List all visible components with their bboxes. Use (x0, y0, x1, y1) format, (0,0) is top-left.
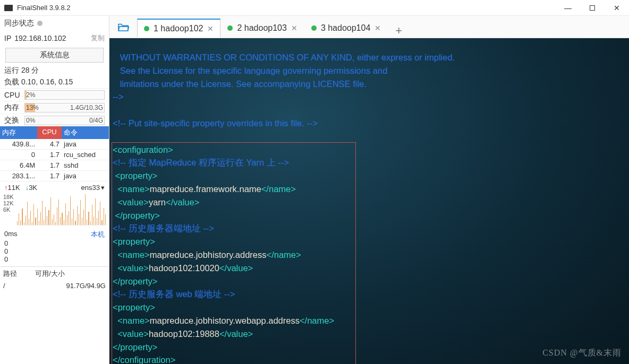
system-info-button[interactable]: 系统信息 (5, 48, 104, 63)
col-size[interactable]: 可用/大小 (32, 267, 68, 281)
table-row[interactable]: 439.8...4.7java (0, 139, 109, 150)
tab-label: 1 hadoop102 (154, 24, 203, 33)
upload-speed: 11K (8, 184, 20, 192)
close-button[interactable]: ✕ (605, 0, 629, 16)
path-size: 91.7G/94.9G (63, 281, 109, 291)
table-row[interactable]: 01.7rcu_sched (0, 150, 109, 160)
col-cpu[interactable]: CPU (37, 126, 62, 139)
tab-label: 2 hadoop103 (237, 23, 286, 33)
connection-status-icon (144, 26, 149, 31)
ip-label: IP (4, 34, 11, 42)
proc-cpu: 1.7 (37, 160, 62, 170)
swap-percent: 0% (25, 117, 35, 124)
proc-mem: 283.1... (0, 171, 37, 181)
mem-label: 内存 (4, 103, 24, 112)
proc-cpu: 1.7 (37, 171, 62, 181)
close-tab-button[interactable]: ✕ (375, 24, 381, 32)
add-tab-button[interactable]: + (388, 24, 410, 38)
network-stats-row: ↑11K ↓3K ens33 ▾ (0, 181, 109, 194)
close-tab-button[interactable]: ✕ (207, 24, 214, 33)
mem-detail: 1.4G/10.3G (70, 104, 103, 111)
proc-cmd: java (62, 139, 109, 149)
process-table: 439.8...4.7java01.7rcu_sched6.4M1.7sshd2… (0, 139, 109, 181)
col-path[interactable]: 路径 (0, 267, 32, 281)
terminal-output: WITHOUT WARRANTIES OR CONDITIONS OF ANY … (113, 51, 626, 364)
copy-ip-button[interactable]: 复制 (91, 33, 105, 43)
app-title: FinalShell 3.9.8.2 (17, 4, 70, 12)
ping-row: 0ms 本机 (0, 230, 109, 239)
col-cmd[interactable]: 命令 (62, 126, 109, 139)
process-table-header[interactable]: 内存 CPU 命令 (0, 126, 109, 139)
tab-3[interactable]: 3 hadoop104✕ (304, 19, 388, 38)
ping-v0: 0 (4, 239, 8, 247)
proc-cpu: 4.7 (37, 139, 62, 149)
connection-status-icon (311, 25, 317, 31)
interface-dropdown[interactable]: ens33 ▾ (81, 184, 105, 192)
tab-2[interactable]: 2 hadoop103✕ (220, 19, 304, 38)
cpu-percent: 2% (25, 91, 35, 99)
disk-table-header: 路径 可用/大小 (0, 266, 109, 281)
content-area: 1 hadoop102✕2 hadoop103✕3 hadoop104✕ + W… (109, 16, 629, 364)
cpu-label: CPU (4, 91, 24, 99)
mem-percent: 13% (25, 104, 39, 111)
proc-cmd: sshd (62, 160, 109, 170)
uptime-label: 运行 28 分 (0, 65, 109, 76)
mem-meter-row: 内存 13% 1.4G/10.3G (0, 101, 109, 114)
swap-detail: 0/4G (89, 117, 103, 124)
titlebar: FinalShell 3.9.8.2 — ✕ (0, 0, 629, 16)
proc-cpu: 1.7 (37, 150, 62, 160)
proc-cmd: java (62, 171, 109, 181)
swap-meter: 0% 0/4G (24, 116, 105, 125)
maximize-button[interactable] (580, 0, 605, 16)
proc-mem: 0 (0, 150, 37, 160)
col-mem[interactable]: 内存 (0, 126, 37, 139)
proc-mem: 439.8... (0, 139, 37, 149)
table-row[interactable]: 6.4M1.7sshd (0, 160, 109, 171)
minimize-button[interactable]: — (556, 0, 580, 16)
ping-ms: 0ms (4, 230, 18, 239)
spark-y-18k: 18K (3, 194, 14, 200)
swap-meter-row: 交换 0% 0/4G (0, 114, 109, 126)
table-row[interactable]: 283.1...1.7java (0, 171, 109, 181)
chevron-down-icon: ▾ (101, 184, 105, 192)
sync-status-row: 同步状态 (0, 16, 109, 31)
app-icon (4, 5, 13, 11)
open-folder-button[interactable] (115, 19, 132, 36)
load-label: 负载 0.10, 0.16, 0.15 (0, 76, 109, 88)
tab-label: 3 hadoop104 (321, 23, 370, 33)
download-speed: 3K (29, 184, 37, 192)
ping-host[interactable]: 本机 (91, 230, 105, 239)
ip-row: IP 192.168.10.102 复制 (0, 31, 109, 46)
path-root: / (0, 281, 32, 291)
proc-cmd: rcu_sched (62, 150, 109, 160)
disk-row[interactable]: / 91.7G/94.9G (0, 281, 109, 291)
proc-mem: 6.4M (0, 160, 37, 170)
mem-meter: 13% 1.4G/10.3G (24, 103, 105, 112)
tab-1[interactable]: 1 hadoop102✕ (137, 19, 220, 38)
close-tab-button[interactable]: ✕ (291, 24, 298, 32)
network-sparkline (17, 194, 106, 226)
sync-status-label: 同步状态 (4, 19, 34, 28)
sidebar: 同步状态 IP 192.168.10.102 复制 系统信息 运行 28 分 负… (0, 16, 109, 364)
cpu-meter-row: CPU 2% (0, 88, 109, 101)
ping-v1: 0 (4, 247, 8, 255)
spark-y-6k: 6K (3, 206, 14, 213)
ping-v2: 0 (4, 255, 8, 263)
folder-open-icon (117, 22, 129, 32)
watermark: CSDN @气质&末雨 (542, 348, 622, 359)
ip-value: 192.168.10.102 (14, 34, 66, 42)
spark-y-12k: 12K (3, 200, 14, 206)
tab-bar: 1 hadoop102✕2 hadoop103✕3 hadoop104✕ + (109, 16, 629, 38)
swap-label: 交换 (4, 116, 24, 125)
sync-status-dot-icon (37, 21, 42, 26)
terminal[interactable]: WITHOUT WARRANTIES OR CONDITIONS OF ANY … (109, 38, 629, 364)
connection-status-icon (227, 25, 233, 31)
window-controls: — ✕ (556, 0, 629, 16)
cpu-meter: 2% (24, 90, 105, 100)
